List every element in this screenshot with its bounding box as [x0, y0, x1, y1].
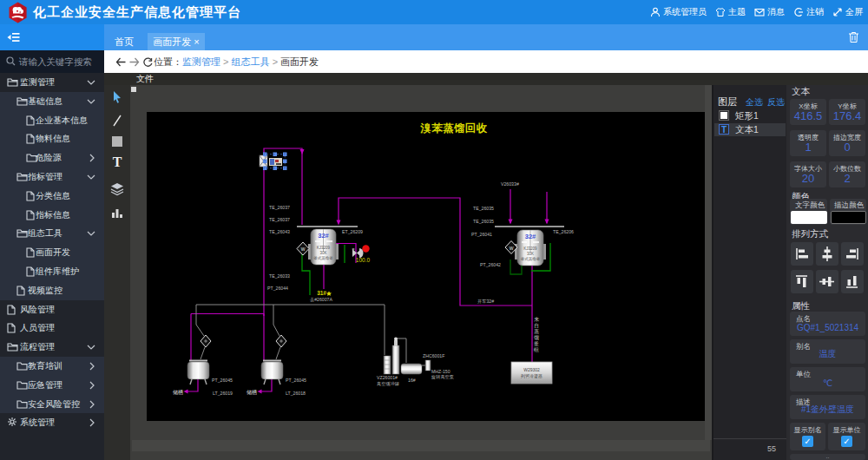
svg-text:32#: 32#	[525, 233, 536, 240]
svg-text:TE_26037: TE_26037	[269, 217, 290, 222]
svg-text:真空缓冲罐: 真空缓冲罐	[377, 381, 399, 386]
svg-text:KJ3209: KJ3209	[317, 246, 331, 250]
svg-text:TE_26206: TE_26206	[553, 229, 574, 234]
svg-text:旋转真空泵: 旋转真空泵	[431, 374, 454, 380]
svg-text:TE_26035: TE_26035	[473, 206, 494, 211]
svg-text:ZHC6001F: ZHC6001F	[423, 353, 444, 358]
svg-text:30K: 30K	[319, 251, 326, 255]
svg-text:PT_26041: PT_26041	[471, 232, 492, 237]
svg-text:ET_26209: ET_26209	[342, 229, 363, 234]
svg-text:列管冷凝器: 列管冷凝器	[521, 373, 542, 379]
svg-text:TE_26043: TE_26043	[269, 229, 290, 234]
svg-text:32#: 32#	[318, 232, 329, 240]
svg-text:LT_26018: LT_26018	[286, 391, 306, 396]
svg-text:去#26007A: 去#26007A	[310, 297, 332, 302]
svg-text:自: 自	[534, 323, 539, 329]
svg-text:馏: 馏	[534, 335, 539, 341]
svg-text:W: W	[510, 246, 514, 251]
svg-text:16#: 16#	[408, 378, 416, 383]
svg-text:W: W	[301, 246, 306, 252]
svg-text:蒸: 蒸	[534, 329, 539, 334]
svg-text:100.0: 100.0	[356, 257, 371, 263]
svg-text:LT_26019: LT_26019	[213, 391, 233, 396]
svg-text:储槽: 储槽	[247, 390, 257, 396]
svg-text:组: 组	[533, 347, 539, 352]
svg-text:V26033#: V26033#	[501, 181, 519, 187]
svg-text:31#: 31#	[317, 290, 326, 296]
svg-text:釜式蒸馏釜: 釜式蒸馏釜	[521, 257, 541, 261]
svg-text:PT_26044: PT_26044	[267, 286, 288, 291]
svg-text:PT_26045: PT_26045	[286, 378, 306, 383]
svg-text:开车32#: 开车32#	[477, 299, 494, 304]
svg-text:溴苯蒸馏回收: 溴苯蒸馏回收	[420, 122, 488, 135]
svg-text:来: 来	[534, 317, 539, 322]
svg-text:釜: 釜	[534, 341, 539, 346]
svg-text:TE_26035: TE_26035	[473, 219, 494, 224]
svg-text:PT_26042: PT_26042	[480, 262, 501, 267]
svg-text:储槽: 储槽	[173, 390, 183, 396]
svg-text:TE_26033: TE_26033	[269, 273, 290, 279]
svg-text:釜式蒸馏釜: 釜式蒸馏釜	[313, 256, 333, 260]
svg-text:TE_26037: TE_26037	[269, 205, 290, 210]
svg-text:PT_26045: PT_26045	[212, 378, 233, 383]
svg-text:30K: 30K	[527, 252, 534, 256]
svg-text:W29302: W29302	[523, 367, 540, 372]
svg-text:VZ26001#: VZ26001#	[377, 375, 398, 380]
svg-text:KJ3209: KJ3209	[523, 246, 537, 251]
